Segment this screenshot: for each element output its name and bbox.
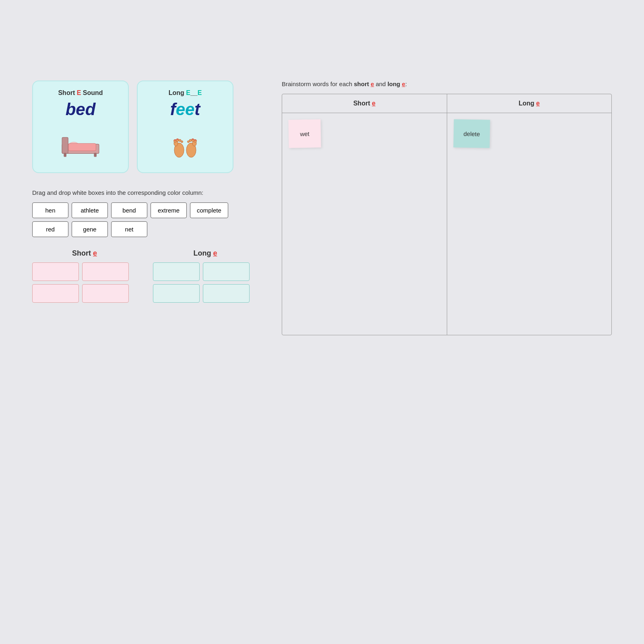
svg-point-12 xyxy=(174,140,176,141)
flashcard-short-e-title: Short E Sound xyxy=(41,89,120,97)
brainstorm-short-e: e xyxy=(371,80,374,87)
word-box-complete[interactable]: complete xyxy=(190,202,228,218)
drop-zone-long-4[interactable] xyxy=(203,284,250,303)
drop-col-long-header: Long e xyxy=(153,249,258,258)
word-boxes-container: hen athlete bend extreme complete red ge… xyxy=(32,202,258,237)
flashcard-long-e-word: feet xyxy=(146,100,225,119)
right-panel: Brainstorm words for each short e and lo… xyxy=(282,80,612,335)
bed-svg xyxy=(60,130,101,158)
word-box-red[interactable]: red xyxy=(32,221,68,237)
svg-point-21 xyxy=(192,139,194,140)
sticky-note-delete[interactable]: delete xyxy=(453,119,490,148)
drop-zone-short-4[interactable] xyxy=(82,284,129,303)
drop-col-long: Long e xyxy=(153,249,258,303)
flashcards-row: Short E Sound bed xyxy=(32,80,258,173)
brainstorm-long-e: e xyxy=(402,80,405,87)
word-box-bend[interactable]: bend xyxy=(111,202,147,218)
svg-rect-1 xyxy=(62,137,68,153)
drop-zone-short-2[interactable] xyxy=(82,262,129,281)
flashcard-short-e-image xyxy=(41,124,120,164)
brainstorm-long-label: long xyxy=(388,80,400,87)
svg-point-13 xyxy=(177,139,179,140)
brainstorm-col-short: Short e wet xyxy=(282,94,447,335)
flashcard-short-e-word: bed xyxy=(41,100,120,119)
flashcard-long-e-title: Long E__E xyxy=(146,89,225,97)
short-e-drop-label: e xyxy=(93,249,97,257)
drop-columns: Short e Long e xyxy=(32,249,258,303)
brainstorm-instruction: Brainstorm words for each short e and lo… xyxy=(282,80,612,87)
word-box-net[interactable]: net xyxy=(111,221,147,237)
svg-point-10 xyxy=(179,139,181,142)
svg-point-19 xyxy=(188,141,190,143)
flashcard-short-e: Short E Sound bed xyxy=(32,80,129,173)
long-e-drop-label: e xyxy=(213,249,217,257)
drop-zone-long-2[interactable] xyxy=(203,262,250,281)
svg-rect-4 xyxy=(64,153,66,157)
drop-boxes-long xyxy=(153,262,258,303)
drop-col-short: Short e xyxy=(32,249,137,303)
drop-zone-long-3[interactable] xyxy=(153,284,200,303)
word-box-gene[interactable]: gene xyxy=(72,221,108,237)
drop-zone-short-1[interactable] xyxy=(32,262,79,281)
long-e-letter: E xyxy=(186,89,190,96)
drop-zone-long-1[interactable] xyxy=(153,262,200,281)
brainstorm-col-short-header: Short e xyxy=(282,94,447,113)
word-box-hen[interactable]: hen xyxy=(32,202,68,218)
brainstorm-col-short-body[interactable]: wet xyxy=(282,113,447,335)
flashcard-long-e: Long E__E feet xyxy=(137,80,233,173)
brainstorm-col-long: Long e delete xyxy=(447,94,612,335)
feet-svg xyxy=(169,128,201,160)
flashcard-long-e-image xyxy=(146,124,225,164)
drop-zone-short-3[interactable] xyxy=(32,284,79,303)
brainstorm-col-long-body[interactable]: delete xyxy=(447,113,612,335)
word-box-extreme[interactable]: extreme xyxy=(151,202,187,218)
brainstorm-table: Short e wet Long e delete xyxy=(282,94,612,335)
left-panel: Short E Sound bed xyxy=(32,80,258,335)
drag-instruction: Drag and drop white boxes into the corre… xyxy=(32,189,258,196)
brainstorm-short-e-header: e xyxy=(372,100,376,107)
drop-col-short-header: Short e xyxy=(32,249,137,258)
brainstorm-short-label: short xyxy=(354,80,369,87)
svg-rect-5 xyxy=(94,153,97,157)
word-box-athlete[interactable]: athlete xyxy=(72,202,108,218)
short-e-letter: E xyxy=(77,89,81,96)
long-e-letter2: E xyxy=(198,89,202,96)
drop-boxes-short xyxy=(32,262,137,303)
svg-point-20 xyxy=(194,140,196,141)
svg-point-11 xyxy=(181,141,183,143)
sticky-note-wet[interactable]: wet xyxy=(288,119,321,148)
brainstorm-long-e-header: e xyxy=(536,100,540,107)
brainstorm-col-long-header: Long e xyxy=(447,94,612,113)
svg-rect-3 xyxy=(68,143,96,151)
svg-point-18 xyxy=(189,139,192,142)
